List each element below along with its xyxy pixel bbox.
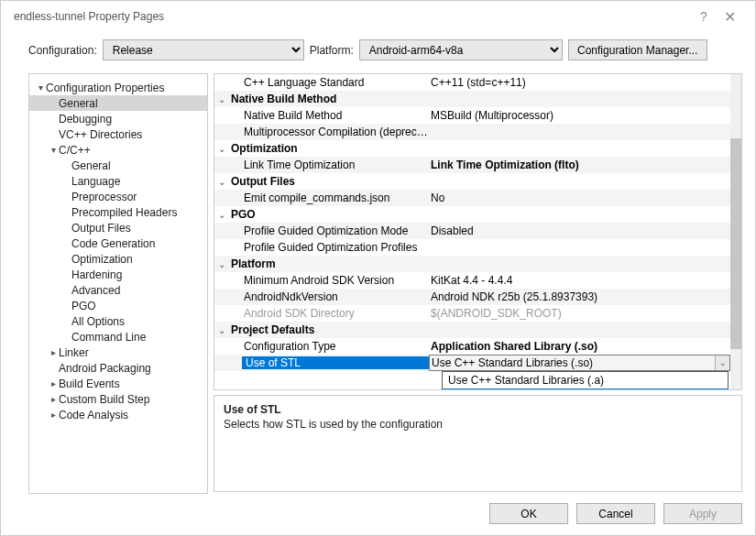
tree-item-label: Language xyxy=(71,175,120,188)
chevron-down-icon[interactable]: ⌄ xyxy=(214,94,229,104)
tree-item-label: Command Line xyxy=(71,331,146,344)
configuration-select[interactable]: Release xyxy=(103,39,304,60)
stl-dropdown[interactable]: Use C++ Standard Libraries (.a)Use C++ S… xyxy=(442,371,729,390)
chevron-down-icon[interactable]: ⌄ xyxy=(214,325,229,335)
tree-item[interactable]: Hardening xyxy=(29,267,207,282)
property-label: Minimum Android SDK Version xyxy=(229,274,429,287)
property-grid[interactable]: C++ Language StandardC++11 (std=c++11)⌄N… xyxy=(214,73,742,390)
tree-item[interactable]: Command Line xyxy=(29,329,207,345)
property-category: ⌄PGO xyxy=(214,206,730,223)
apply-button[interactable]: Apply xyxy=(663,503,742,524)
description-panel: Use of STL Selects how STL is used by th… xyxy=(214,395,742,492)
tree-item[interactable]: Precompiled Headers xyxy=(29,204,207,220)
window-title: endless-tunnel Property Pages xyxy=(14,10,691,23)
property-row[interactable]: Native Build MethodMSBuild (Multiprocess… xyxy=(214,107,730,124)
property-category: ⌄Platform xyxy=(214,256,730,272)
property-label: Profile Guided Optimization Profiles xyxy=(229,241,429,254)
tree-item-label: VC++ Directories xyxy=(59,128,142,141)
property-label: Configuration Type xyxy=(229,340,429,353)
property-label: Multiprocessor Compilation (deprecated) xyxy=(229,126,429,138)
property-label: Profile Guided Optimization Mode xyxy=(229,224,429,237)
tree-item[interactable]: ▸Custom Build Step xyxy=(29,391,207,407)
chevron-down-icon[interactable]: ▾ xyxy=(48,145,59,155)
dropdown-option[interactable]: Use C++ Standard Libraries (.so) xyxy=(443,388,728,390)
property-category: ⌄Output Files xyxy=(214,173,730,190)
chevron-right-icon[interactable]: ▸ xyxy=(48,410,59,420)
scrollbar-thumb[interactable] xyxy=(730,138,741,349)
tree-item[interactable]: ▸Linker xyxy=(29,345,207,360)
tree-item[interactable]: Preprocessor xyxy=(29,189,207,204)
property-label: Link Time Optimization xyxy=(229,159,429,171)
property-value-editor[interactable]: Use C++ Standard Libraries (.so)⌄ xyxy=(429,355,730,371)
tree-item[interactable]: ▾Configuration Properties xyxy=(29,80,207,95)
tree-item-label: All Options xyxy=(71,315,125,328)
tree-item-label: General xyxy=(59,97,98,110)
tree-item[interactable]: Output Files xyxy=(29,220,207,235)
property-row[interactable]: C++ Language StandardC++11 (std=c++11) xyxy=(214,74,730,91)
tree-item[interactable]: General xyxy=(29,158,207,173)
config-toolbar: Configuration: Release Platform: Android… xyxy=(1,32,755,70)
property-label: Android SDK Directory xyxy=(229,307,429,320)
dropdown-button[interactable]: ⌄ xyxy=(715,356,729,370)
tree-item[interactable]: Debugging xyxy=(29,111,207,126)
tree-item[interactable]: General xyxy=(29,95,207,111)
chevron-right-icon[interactable]: ▸ xyxy=(48,378,59,388)
property-row[interactable]: Android SDK Directory$(ANDROID_SDK_ROOT) xyxy=(214,305,730,322)
configuration-manager-button[interactable]: Configuration Manager... xyxy=(568,39,707,60)
dropdown-option[interactable]: Use C++ Standard Libraries (.a) xyxy=(443,372,728,388)
chevron-down-icon[interactable]: ⌄ xyxy=(214,210,229,220)
tree-item[interactable]: ▸Build Events xyxy=(29,376,207,391)
tree-item[interactable]: VC++ Directories xyxy=(29,126,207,142)
help-icon[interactable]: ? xyxy=(691,9,717,24)
titlebar: endless-tunnel Property Pages ? ✕ xyxy=(1,1,755,32)
tree-item[interactable]: Optimization xyxy=(29,251,207,267)
tree-item[interactable]: Code Generation xyxy=(29,235,207,251)
ok-button[interactable]: OK xyxy=(489,503,568,524)
tree-item-label: Output Files xyxy=(71,222,131,235)
category-label: PGO xyxy=(229,208,429,221)
category-label: Native Build Method xyxy=(229,93,429,105)
chevron-right-icon[interactable]: ▸ xyxy=(48,394,59,404)
property-row[interactable]: Use of STLUse C++ Standard Libraries (.s… xyxy=(214,355,730,371)
property-row[interactable]: Link Time OptimizationLink Time Optimiza… xyxy=(214,157,730,173)
property-row[interactable]: Profile Guided Optimization Profiles xyxy=(214,239,730,256)
tree-item[interactable]: Advanced xyxy=(29,282,207,298)
tree-item-label: Code Generation xyxy=(71,237,155,250)
tree-item-label: Advanced xyxy=(71,284,120,297)
property-category: ⌄Optimization xyxy=(214,140,730,157)
tree-item[interactable]: All Options xyxy=(29,313,207,329)
chevron-down-icon[interactable]: ⌄ xyxy=(214,144,229,154)
tree-item-label: General xyxy=(71,159,111,172)
tree-item[interactable]: ▾C/C++ xyxy=(29,142,207,158)
property-row[interactable]: Emit compile_commands.jsonNo xyxy=(214,190,730,206)
property-row[interactable]: Minimum Android SDK VersionKitKat 4.4 - … xyxy=(214,272,730,289)
property-value: Link Time Optimization (flto) xyxy=(429,159,730,171)
property-label: Emit compile_commands.json xyxy=(229,191,429,204)
tree-item-label: Debugging xyxy=(59,113,112,126)
close-icon[interactable]: ✕ xyxy=(717,8,742,26)
chevron-right-icon[interactable]: ▸ xyxy=(48,347,59,357)
chevron-down-icon[interactable]: ⌄ xyxy=(214,177,229,187)
property-row[interactable]: Profile Guided Optimization ModeDisabled xyxy=(214,223,730,239)
tree-item-label: Custom Build Step xyxy=(59,393,149,406)
chevron-down-icon[interactable]: ⌄ xyxy=(214,259,229,269)
chevron-down-icon[interactable]: ▾ xyxy=(35,82,46,93)
property-tree[interactable]: ▾Configuration PropertiesGeneralDebuggin… xyxy=(28,73,208,494)
tree-item[interactable]: ▸Code Analysis xyxy=(29,407,207,422)
property-row[interactable]: Multiprocessor Compilation (deprecated) xyxy=(214,124,730,140)
tree-item-label: Code Analysis xyxy=(59,409,128,421)
property-category: ⌄Native Build Method xyxy=(214,91,730,107)
property-row[interactable]: AndroidNdkVersionAndroid NDK r25b (25.1.… xyxy=(214,289,730,305)
configuration-label: Configuration: xyxy=(28,44,97,57)
tree-item[interactable]: PGO xyxy=(29,298,207,313)
tree-item[interactable]: Language xyxy=(29,173,207,189)
cancel-button[interactable]: Cancel xyxy=(576,503,655,524)
tree-item-label: Android Packaging xyxy=(59,362,151,375)
property-value: MSBuild (Multiprocessor) xyxy=(429,109,730,122)
scrollbar[interactable] xyxy=(730,74,741,389)
platform-select[interactable]: Android-arm64-v8a xyxy=(359,39,563,60)
property-value: Use C++ Standard Libraries (.so) xyxy=(430,356,715,369)
tree-item[interactable]: Android Packaging xyxy=(29,360,207,376)
property-row[interactable]: Configuration TypeApplication Shared Lib… xyxy=(214,338,730,355)
description-title: Use of STL xyxy=(224,403,732,416)
